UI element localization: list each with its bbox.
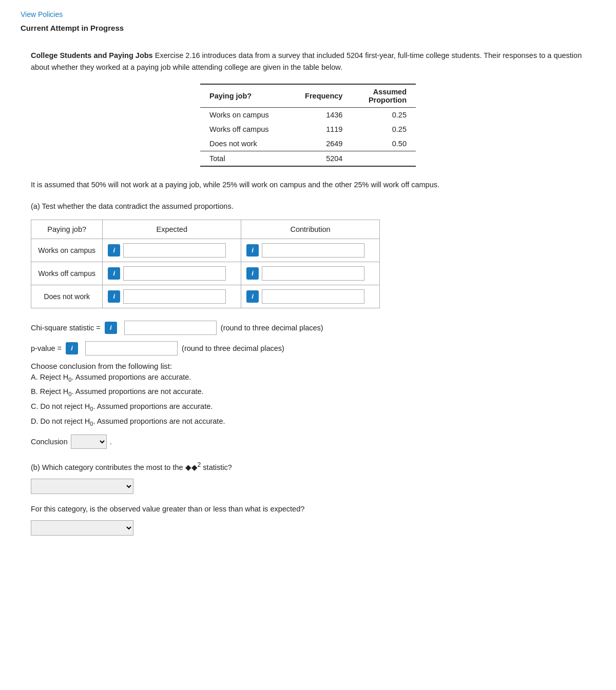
- conclusion-section: Choose conclusion from the following lis…: [31, 362, 585, 449]
- conclusion-period: .: [110, 438, 112, 446]
- conclusion-header: Choose conclusion from the following lis…: [31, 362, 585, 370]
- info-icon-pvalue[interactable]: i: [66, 342, 78, 354]
- input-row3-expected-cell: i: [103, 285, 241, 308]
- input-table: Paying job? Expected Contribution Works …: [31, 220, 380, 308]
- input-row1-expected-cell: i: [103, 239, 241, 262]
- pvalue-input[interactable]: [85, 341, 178, 356]
- data-table: Paying job? Frequency Assumed Proportion…: [200, 84, 416, 167]
- conclusion-dropdown-label: Conclusion: [31, 438, 68, 446]
- row3-label: Does not work: [200, 136, 288, 151]
- total-prop: [352, 151, 416, 167]
- assumption-text: It is assumed that 50% will not work at …: [31, 179, 585, 191]
- input-row1-contribution-cell: i: [241, 239, 380, 262]
- row3-freq: 2649: [288, 136, 352, 151]
- input-col3-header: Contribution: [241, 220, 380, 239]
- conclusion-option-d: D. Do not reject H0. Assumed proportions…: [31, 415, 585, 429]
- conclusion-dropdown-row: Conclusion A B C D .: [31, 435, 585, 449]
- chi-square-label: Chi-square statistic =: [31, 324, 101, 332]
- view-policies-link[interactable]: View Policies: [21, 10, 595, 18]
- input-row2-contribution-cell: i: [241, 262, 380, 285]
- question-intro: College Students and Paying Jobs Exercis…: [31, 50, 585, 73]
- question-title: College Students and Paying Jobs: [31, 51, 153, 60]
- input-row1-label: Works on campus: [31, 239, 103, 262]
- category-select[interactable]: Works on campus Works off campus Does no…: [31, 479, 133, 494]
- input-row2-expected[interactable]: [123, 266, 226, 281]
- row1-freq: 1436: [288, 108, 352, 123]
- conclusion-option-b: B. Reject H0. Assumed proportions are no…: [31, 385, 585, 400]
- row1-prop: 0.25: [352, 108, 416, 123]
- input-row3-contribution[interactable]: [262, 289, 364, 304]
- info-icon-r1-contribution[interactable]: i: [246, 244, 259, 257]
- conclusion-option-c: C. Do not reject H0. Assumed proportions…: [31, 400, 585, 415]
- chi-square-input[interactable]: [124, 321, 217, 335]
- input-row3-contribution-cell: i: [241, 285, 380, 308]
- info-icon-r3-expected[interactable]: i: [108, 290, 120, 303]
- row2-label: Works off campus: [200, 122, 288, 136]
- input-row-1: Works on campus i i: [31, 239, 380, 262]
- total-freq: 5204: [288, 151, 352, 167]
- input-row-3: Does not work i i: [31, 285, 380, 308]
- info-icon-r2-expected[interactable]: i: [108, 267, 120, 280]
- pvalue-label: p-value =: [31, 344, 62, 352]
- row1-label: Works on campus: [200, 108, 288, 123]
- row2-prop: 0.25: [352, 122, 416, 136]
- pvalue-note: (round to three decimal places): [182, 344, 284, 352]
- table-row: Works on campus 1436 0.25: [200, 108, 416, 123]
- info-icon-chi[interactable]: i: [105, 322, 117, 334]
- part-b-section: (b) Which category contributes the most …: [31, 460, 585, 536]
- question-container: College Students and Paying Jobs Exercis…: [21, 42, 595, 553]
- row2-freq: 1119: [288, 122, 352, 136]
- row3-prop: 0.50: [352, 136, 416, 151]
- input-col2-header: Expected: [103, 220, 241, 239]
- observed-select[interactable]: Greater Less: [31, 520, 133, 536]
- part-b-observed-label: For this category, is the observed value…: [31, 503, 585, 515]
- info-icon-r1-expected[interactable]: i: [108, 244, 120, 257]
- input-row3-label: Does not work: [31, 285, 103, 308]
- col3-header: Assumed Proportion: [352, 84, 416, 108]
- info-icon-r3-contribution[interactable]: i: [246, 290, 259, 303]
- table-row: Does not work 2649 0.50: [200, 136, 416, 151]
- chi-square-row: Chi-square statistic = i (round to three…: [31, 321, 585, 335]
- input-row3-expected[interactable]: [123, 289, 226, 304]
- total-label: Total: [200, 151, 288, 167]
- pvalue-row: p-value = i (round to three decimal plac…: [31, 341, 585, 356]
- chi-square-note: (round to three decimal places): [221, 324, 323, 332]
- input-row1-expected[interactable]: [123, 243, 226, 258]
- total-row: Total 5204: [200, 151, 416, 167]
- input-row2-label: Works off campus: [31, 262, 103, 285]
- input-row1-contribution[interactable]: [262, 243, 364, 258]
- part-b-label: (b) Which category contributes the most …: [31, 460, 585, 474]
- conclusion-list: A. Reject H0. Assumed proportions are ac…: [31, 370, 585, 429]
- table-row: Works off campus 1119 0.25: [200, 122, 416, 136]
- input-row-2: Works off campus i i: [31, 262, 380, 285]
- conclusion-select[interactable]: A B C D: [71, 435, 107, 449]
- part-a-label: (a) Test whether the data contradict the…: [31, 201, 585, 212]
- input-row2-expected-cell: i: [103, 262, 241, 285]
- input-row2-contribution[interactable]: [262, 266, 364, 281]
- input-col1-header: Paying job?: [31, 220, 103, 239]
- info-icon-r2-contribution[interactable]: i: [246, 267, 259, 280]
- current-attempt-heading: Current Attempt in Progress: [21, 24, 595, 32]
- col2-header: Frequency: [288, 84, 352, 108]
- col1-header: Paying job?: [200, 84, 288, 108]
- conclusion-option-a: A. Reject H0. Assumed proportions are ac…: [31, 370, 585, 385]
